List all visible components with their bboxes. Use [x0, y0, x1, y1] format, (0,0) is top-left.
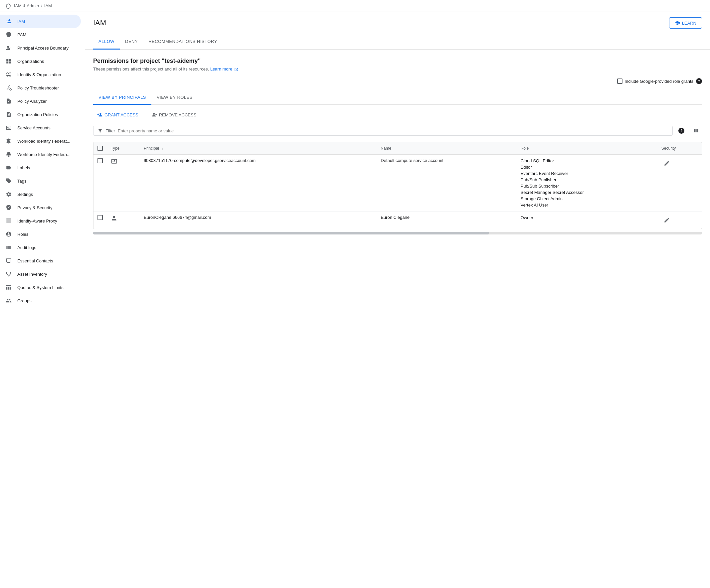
person-hat-icon — [5, 231, 12, 238]
user-icon — [111, 215, 117, 221]
id-card-icon — [5, 124, 12, 131]
sidebar-label-workload-identity: Workload Identity Federat... — [17, 139, 70, 144]
tag-icon — [5, 164, 12, 171]
role-item: Pub/Sub Subscriber — [521, 183, 654, 189]
table-row: 908087151170-compute@developer.gservicea… — [94, 155, 702, 212]
sidebar-label-roles: Roles — [17, 232, 28, 237]
grid-icon — [5, 58, 12, 65]
view-tab-principals[interactable]: VIEW BY PRINCIPALS — [93, 91, 151, 105]
sidebar-item-audit-logs[interactable]: Audit logs — [0, 241, 81, 254]
sidebar-label-org-policies: Organization Policies — [17, 112, 58, 117]
sidebar-item-roles[interactable]: Roles — [0, 227, 81, 241]
breadcrumb-bar: IAM & Admin / IAM — [0, 0, 710, 12]
role-item: Secret Manager Secret Accessor — [521, 190, 654, 195]
sidebar-item-identity-org[interactable]: Identity & Organization — [0, 68, 81, 81]
remove-access-button[interactable]: REMOVE ACCESS — [148, 110, 200, 119]
sidebar-item-asset-inventory[interactable]: Asset Inventory — [0, 267, 81, 281]
row2-type-cell — [107, 212, 140, 229]
page-title: IAM — [93, 19, 106, 27]
sidebar-item-pam[interactable]: PAM — [0, 28, 81, 41]
row2-security-cell — [658, 212, 702, 229]
list-lines-icon — [5, 244, 12, 251]
grant-access-button[interactable]: GRANT ACCESS — [93, 110, 142, 119]
main-content: IAM LEARN ALLOW DENY RECOMMENDATIONS HIS… — [85, 12, 710, 588]
google-roles-checkbox-wrapper[interactable]: Include Google-provided role grants — [617, 78, 693, 84]
learn-button[interactable]: LEARN — [669, 17, 702, 29]
filter-icon — [97, 128, 103, 133]
row2-principal-cell: EuronClegane.666674@gmail.com — [140, 212, 377, 229]
role-item: Owner — [521, 215, 654, 220]
sidebar-item-tags[interactable]: Tags — [0, 174, 81, 188]
document-search-icon — [5, 98, 12, 104]
scrollbar-thumb — [93, 232, 489, 235]
breadcrumb-parent[interactable]: IAM & Admin — [14, 3, 39, 8]
sidebar-label-workforce-identity: Workforce Identity Federa... — [17, 152, 71, 157]
sidebar-item-settings[interactable]: Settings — [0, 188, 81, 201]
row1-edit-button[interactable] — [661, 158, 672, 169]
tab-deny[interactable]: DENY — [120, 34, 143, 50]
help-icon[interactable]: ? — [696, 78, 702, 84]
sidebar-label-iap: Identity-Aware Proxy — [17, 219, 57, 223]
column-toggle-icon[interactable] — [690, 125, 702, 137]
table-row: EuronClegane.666674@gmail.com Euron Cleg… — [94, 212, 702, 229]
edit-icon — [664, 160, 670, 166]
sidebar-item-policy-troubleshooter[interactable]: Policy Troubleshooter — [0, 81, 81, 95]
row1-role-list: Cloud SQL Editor Editor Eventarc Event R… — [521, 158, 654, 208]
sidebar-label-iam: IAM — [17, 19, 25, 24]
help-table-icon[interactable]: ? — [676, 125, 687, 137]
select-all-checkbox[interactable] — [97, 146, 103, 151]
external-link-icon — [234, 68, 238, 72]
sidebar-label-orgs: Organizations — [17, 59, 44, 64]
row1-roles-cell: Cloud SQL Editor Editor Eventarc Event R… — [517, 155, 658, 212]
layers-icon — [5, 138, 12, 144]
remove-access-icon — [152, 112, 157, 117]
content-area: Permissions for project "test-aidemy" Th… — [85, 50, 710, 588]
filter-label: Filter — [105, 128, 115, 133]
sidebar-item-workload-identity[interactable]: Workload Identity Federat... — [0, 134, 81, 148]
sidebar-item-policy-analyzer[interactable]: Policy Analyzer — [0, 95, 81, 108]
sidebar-item-iap[interactable]: Identity-Aware Proxy — [0, 214, 81, 227]
people-icon — [5, 297, 12, 304]
row2-checkbox[interactable] — [97, 215, 103, 220]
sidebar-label-essential-contacts: Essential Contacts — [17, 259, 53, 263]
sidebar-label-policy-troubleshooter: Policy Troubleshooter — [17, 85, 59, 91]
sidebar-item-iam[interactable]: IAM — [0, 15, 81, 28]
person-circle-icon — [5, 71, 12, 78]
col-role: Role — [517, 142, 658, 155]
sidebar-item-essential-contacts[interactable]: Essential Contacts — [0, 254, 81, 267]
sidebar-item-organizations[interactable]: Organizations — [0, 54, 81, 68]
layers-alt-icon — [5, 151, 12, 157]
sidebar-item-privacy-security[interactable]: Privacy & Security — [0, 201, 81, 214]
person-monitor-icon — [5, 258, 12, 264]
sidebar-item-principal-access-boundary[interactable]: Principal Access Boundary — [0, 41, 81, 54]
col-checkbox — [94, 142, 107, 155]
google-roles-checkbox[interactable] — [617, 78, 622, 84]
tab-recommendations[interactable]: RECOMMENDATIONS HISTORY — [143, 34, 222, 50]
view-tab-roles[interactable]: VIEW BY ROLES — [151, 91, 198, 105]
learn-more-link[interactable]: Learn more — [210, 67, 238, 72]
row2-edit-button[interactable] — [661, 215, 672, 225]
role-item: Editor — [521, 164, 654, 170]
sidebar-label-pam: PAM — [17, 32, 26, 37]
col-principal: Principal ↑ — [140, 142, 377, 155]
edit-icon — [664, 217, 670, 223]
sidebar-item-quotas[interactable]: Quotas & System Limits — [0, 281, 81, 294]
filter-input[interactable] — [118, 128, 668, 133]
row2-checkbox-cell — [94, 212, 107, 229]
sidebar-item-org-policies[interactable]: Organization Policies — [0, 108, 81, 121]
horizontal-scrollbar[interactable] — [93, 232, 702, 235]
role-item: Vertex AI User — [521, 202, 654, 208]
sidebar-item-labels[interactable]: Labels — [0, 161, 81, 174]
sidebar-item-service-accounts[interactable]: Service Accounts — [0, 121, 81, 134]
sidebar-item-workforce-identity[interactable]: Workforce Identity Federa... — [0, 148, 81, 161]
view-tabs: VIEW BY PRINCIPALS VIEW BY ROLES — [93, 91, 702, 105]
service-account-icon — [111, 158, 117, 165]
tab-allow[interactable]: ALLOW — [93, 34, 120, 50]
row1-checkbox[interactable] — [97, 158, 103, 163]
document-list-icon — [5, 111, 12, 118]
sidebar-item-groups[interactable]: Groups — [0, 294, 81, 307]
table-chart-icon — [5, 284, 12, 291]
google-roles-label: Include Google-provided role grants — [624, 79, 693, 84]
grid-lines-icon — [5, 218, 12, 224]
col-type: Type — [107, 142, 140, 155]
